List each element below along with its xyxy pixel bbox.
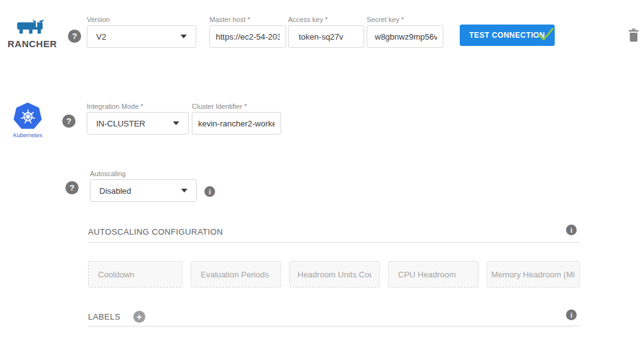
rancher-logo-text: RANCHER [8,38,53,49]
access-key-label: Access key * [288,16,364,25]
access-key-field-group: Access key * [288,16,364,48]
headroom-units-count-input [289,261,380,287]
trash-icon[interactable] [628,28,639,45]
secret-key-input[interactable] [367,25,443,48]
kubernetes-help-icon[interactable]: ? [62,114,75,128]
master-host-input[interactable] [209,25,286,48]
section-divider [88,242,580,243]
cluster-identifier-field-group: Cluster Identifier * [192,103,281,135]
secret-key-field-group: Secret key * [367,16,443,48]
cluster-identifier-input[interactable] [192,112,281,135]
integration-mode-select[interactable]: Integration Mode * IN-CLUSTER [87,103,189,135]
rancher-logo: RANCHER [8,19,53,49]
integration-mode-label: Integration Mode * [87,103,189,111]
autoscaling-configuration-title: AUTOSCALING CONFIGURATION [88,227,223,237]
chevron-down-icon [173,121,179,125]
autoscaling-help-icon[interactable]: ? [65,181,79,194]
cluster-identifier-label: Cluster Identifier * [192,103,281,111]
add-label-plus-icon[interactable]: + [133,311,145,323]
evaluation-periods-input [191,261,281,287]
integration-settings-page: RANCHER ? Version V2 Master host * Acces… [0,0,644,346]
connection-success-check-icon [538,27,554,44]
autoscaling-configuration-info-icon[interactable]: i [566,225,577,235]
version-value: V2 [96,32,106,42]
autoscaling-value: Disabled [99,186,131,196]
secret-key-label: Secret key * [367,16,443,25]
section-divider [88,326,580,326]
rancher-help-icon[interactable]: ? [68,30,81,43]
chevron-down-icon [180,35,187,38]
chevron-down-icon [181,189,187,193]
master-host-field-group: Master host * [209,16,286,48]
integration-mode-value: IN-CLUSTER [96,119,145,128]
version-label: Version [87,16,196,25]
kubernetes-wheel-icon [13,103,42,130]
autoscaling-info-icon[interactable]: i [204,186,215,197]
master-host-label: Master host * [209,16,286,25]
autoscaling-select[interactable]: Autoscaling Disabled [90,170,197,202]
cooldown-input [88,261,182,287]
kubernetes-logo: Kubernetes [10,103,45,138]
memory-headroom-input [487,261,580,287]
kubernetes-logo-text: Kubernetes [10,132,45,138]
labels-info-icon[interactable]: i [566,310,577,320]
version-select[interactable]: Version V2 [87,16,196,48]
access-key-input[interactable] [288,25,364,48]
rancher-bull-icon [14,27,46,38]
cpu-headroom-input [388,261,479,287]
labels-title: LABELS [88,312,121,321]
autoscaling-config-fields [88,261,577,287]
autoscaling-label: Autoscaling [90,170,197,179]
